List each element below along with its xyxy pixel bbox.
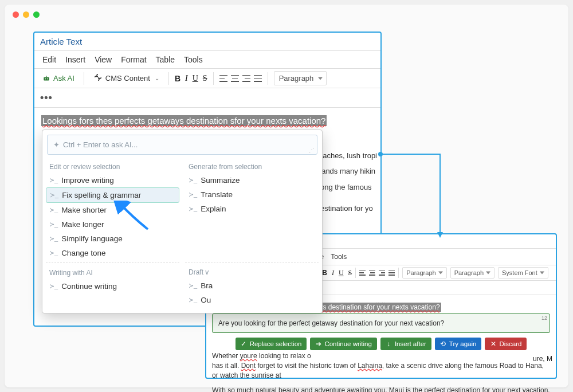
menu-tools[interactable]: Tools: [184, 55, 203, 64]
prompt-icon: ≻_: [189, 296, 197, 304]
menu-improve-writing[interactable]: ≻_Improve writing: [46, 173, 179, 187]
align-left-button[interactable]: [219, 75, 227, 82]
align-center-button[interactable]: [231, 75, 239, 82]
ai-result-box: 12 Are you looking for the perfect getaw…: [212, 313, 550, 333]
ai-result-text: Are you looking for the perfect getaway …: [218, 319, 444, 327]
resize-handle[interactable]: ⋰: [309, 147, 315, 153]
prompt-icon: ≻_: [189, 191, 197, 198]
align-group: [359, 271, 395, 276]
sparkle-icon: ✦: [53, 140, 60, 149]
selected-text[interactable]: Lookings fors thes perfects getaways des…: [41, 115, 327, 126]
joomla-icon: [93, 73, 103, 84]
bold-button[interactable]: B: [175, 74, 180, 83]
paragraph-select-2[interactable]: Paragraph: [450, 267, 494, 279]
menu-fix-spelling[interactable]: ≻_Fix spelling & grammar: [46, 187, 179, 203]
menu-continue-writing[interactable]: ≻_Continue writing: [46, 279, 179, 293]
menu-simplify[interactable]: ≻_Simplify language: [46, 232, 179, 246]
popup-heading: Writing with AI: [46, 265, 179, 279]
toolbar-overflow[interactable]: •••: [34, 88, 380, 108]
format-group: B I U S: [175, 74, 207, 83]
paragraph-select[interactable]: Paragraph: [402, 267, 446, 279]
separator: [84, 72, 84, 85]
menu-summarize[interactable]: ≻_Summarize: [185, 173, 319, 187]
font-select[interactable]: System Font: [498, 267, 548, 279]
menu-insert[interactable]: Insert: [65, 55, 85, 64]
svg-point-3: [47, 78, 48, 79]
menu-view[interactable]: View: [95, 55, 112, 64]
underline-button[interactable]: U: [193, 74, 198, 83]
check-icon: ✓: [241, 341, 247, 347]
prompt-icon: ≻_: [50, 191, 58, 199]
underline-button[interactable]: U: [339, 269, 344, 277]
menu-table[interactable]: Table: [156, 55, 175, 64]
menu-draft-item[interactable]: ≻_Bra: [185, 279, 319, 293]
body-paragraph: With so much natural beauty and adventur…: [212, 386, 550, 392]
separator: [268, 72, 268, 85]
align-group: [219, 75, 262, 82]
bold-button[interactable]: B: [322, 269, 327, 277]
maximize-window[interactable]: [33, 11, 40, 18]
discard-button[interactable]: ✕Discard: [485, 338, 527, 350]
ai-prompt-input[interactable]: ✦ Ctrl + Enter to ask AI... ⋰: [47, 135, 317, 155]
result-version: 12: [541, 315, 547, 321]
insert-after-button[interactable]: ↓Insert after: [380, 338, 431, 350]
prompt-icon: ≻_: [49, 177, 58, 184]
svg-point-2: [45, 78, 46, 79]
menu-draft-item[interactable]: ≻_Ou: [185, 293, 319, 307]
italic-button[interactable]: I: [185, 74, 188, 83]
prompt-icon: ≻_: [49, 206, 58, 214]
separator: [355, 268, 356, 278]
separator: [213, 72, 214, 85]
toolbar: Ask AI CMS Content ⌄ B I U S: [34, 69, 380, 88]
connector-line: [377, 151, 452, 242]
prompt-icon: ≻_: [189, 282, 197, 289]
cms-content-button[interactable]: CMS Content ⌄: [90, 71, 163, 85]
align-center-button[interactable]: [369, 271, 375, 276]
minimize-window[interactable]: [23, 11, 29, 18]
menu-tools[interactable]: Tools: [331, 253, 347, 261]
ask-ai-button[interactable]: Ask AI: [39, 72, 78, 84]
separator: [168, 72, 169, 85]
close-icon: ✕: [490, 341, 496, 347]
popup-heading: Generate from selection: [185, 159, 319, 173]
body-paragraph: Whether youre looking to relax o has it …: [212, 351, 550, 380]
replace-selection-button[interactable]: ✓Replace selection: [236, 338, 307, 350]
menu-edit[interactable]: Edit: [42, 55, 56, 64]
bot-icon: [42, 75, 50, 83]
ai-popup: ✦ Ctrl + Enter to ask AI... ⋰ Edit or re…: [42, 130, 323, 313]
menu-explain[interactable]: ≻_Explain: [185, 202, 319, 216]
italic-button[interactable]: I: [332, 269, 334, 277]
prompt-icon: ≻_: [49, 283, 58, 290]
align-justify-button[interactable]: [254, 75, 262, 82]
menu-change-tone[interactable]: ≻_Change tone: [46, 246, 179, 260]
svg-rect-4: [46, 76, 46, 77]
separator: [398, 268, 399, 278]
prompt-icon: ≻_: [49, 235, 58, 242]
menu-translate[interactable]: ≻_Translate: [185, 187, 319, 202]
strike-button[interactable]: S: [348, 269, 352, 277]
popup-col-edit: Edit or review selection ≻_Improve writi…: [46, 159, 179, 307]
menu-make-shorter[interactable]: ≻_Make shorter: [46, 203, 179, 217]
prompt-icon: ≻_: [49, 221, 58, 228]
align-justify-button[interactable]: [388, 271, 395, 276]
popup-col-generate: Generate from selection ≻_Summarize ≻_Tr…: [185, 159, 319, 307]
popup-heading: Edit or review selection: [46, 159, 179, 173]
action-row: ✓Replace selection ➔Continue writing ↓In…: [212, 338, 550, 350]
menu-make-longer[interactable]: ≻_Make longer: [46, 217, 179, 232]
svg-rect-1: [44, 77, 49, 80]
format-group: B I U S: [322, 269, 352, 277]
panel-title: Article Text: [34, 33, 380, 51]
refresh-icon: ⟲: [440, 341, 446, 347]
try-again-button[interactable]: ⟲Try again: [435, 338, 482, 350]
paragraph-select[interactable]: Paragraph: [274, 71, 327, 85]
continue-writing-button[interactable]: ➔Continue writing: [310, 338, 376, 350]
strike-button[interactable]: S: [203, 74, 207, 83]
menu-format[interactable]: Format: [121, 55, 146, 64]
align-right-button[interactable]: [379, 271, 385, 276]
popup-heading: Draft v: [185, 265, 319, 279]
align-right-button[interactable]: [242, 75, 250, 82]
align-left-button[interactable]: [359, 271, 366, 276]
close-window[interactable]: [13, 11, 19, 18]
browser-window: Article Text Edit Insert View Format Tab…: [5, 5, 568, 387]
window-controls: [13, 11, 40, 18]
